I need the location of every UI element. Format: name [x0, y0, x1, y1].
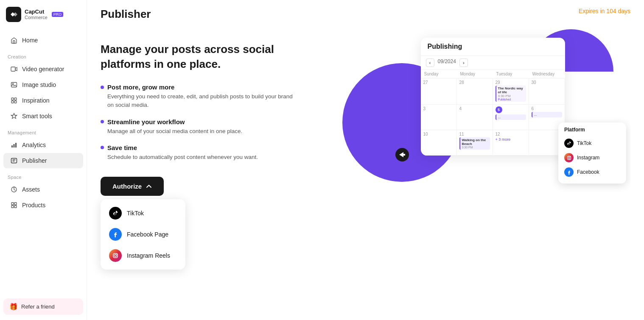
sidebar-item-image-studio[interactable]: Image studio [3, 77, 83, 92]
video-icon [10, 65, 18, 73]
cal-cell-10[interactable]: 10 [421, 130, 457, 156]
sidebar-item-smart-tools[interactable]: Smart tools [3, 109, 83, 124]
gift-icon: 🎁 [9, 303, 18, 311]
svg-rect-10 [15, 143, 17, 147]
left-content: Manage your posts across social platform… [101, 29, 296, 270]
logo-name: CapCut [25, 8, 44, 15]
sidebar-label-image: Image studio [22, 81, 56, 88]
svg-rect-15 [11, 206, 14, 208]
feature-title-2: Save time [101, 144, 296, 151]
sidebar-item-publisher[interactable]: Publisher [3, 153, 83, 168]
dropdown-label-facebook: Facebook Page [127, 231, 168, 238]
sidebar-label-video: Video generator [22, 66, 64, 72]
expires-badge: Expires in 104 days [579, 8, 630, 14]
cal-cell-11[interactable]: 11 Walking on the Beach 3:30 PM [457, 130, 493, 156]
content-area: Manage your posts across social platform… [87, 21, 644, 320]
cal-cell-27[interactable]: 27 [421, 78, 457, 105]
dropdown-item-instagram[interactable]: Instagram Reels [104, 245, 182, 266]
sidebar-item-inspiration[interactable]: Inspiration [3, 93, 83, 108]
sidebar-item-assets[interactable]: Assets [3, 182, 83, 197]
svg-rect-8 [11, 145, 13, 147]
more-events-link[interactable]: + 3 more [496, 137, 526, 142]
svg-rect-14 [14, 203, 17, 205]
next-month-button[interactable]: › [459, 58, 468, 67]
bullet-1 [101, 120, 104, 123]
popup-facebook-icon [564, 167, 574, 177]
sidebar-label-home: Home [22, 37, 38, 44]
analytics-icon [10, 141, 18, 149]
dropdown-item-facebook[interactable]: Facebook Page [104, 224, 182, 245]
authorize-button[interactable]: Authorize [101, 177, 164, 196]
section-creation: Creation [0, 48, 87, 61]
svg-rect-6 [11, 101, 14, 103]
feature-item-1: Streamline your workflow Manage all of y… [101, 118, 296, 136]
cal-header-sun: Sunday [421, 70, 457, 78]
feature-title-text-1: Streamline your workflow [107, 118, 185, 125]
cal-date-6: 6 [532, 106, 562, 111]
svg-rect-9 [14, 144, 15, 147]
sidebar-item-home[interactable]: Home [3, 33, 83, 48]
cal-event-6: ... [532, 112, 562, 117]
svg-point-21 [568, 157, 570, 159]
image-icon [10, 81, 18, 89]
publishing-preview-card: Publishing ‹ 09/2024 › Sunday Monday Tue… [421, 38, 565, 156]
dropdown-item-tiktok[interactable]: TikTok [104, 203, 182, 224]
sidebar-label-assets: Assets [22, 186, 40, 193]
today-badge: 5 [496, 106, 502, 113]
popup-instagram-icon [564, 153, 574, 162]
feature-list: Post more, grow more Everything you need… [101, 83, 296, 161]
cal-date-30: 30 [532, 80, 562, 85]
platform-popup-title: Platform [563, 127, 622, 133]
feature-title-0: Post more, grow more [101, 83, 296, 91]
home-icon [10, 36, 18, 44]
cal-header-tue: Tuesday [493, 70, 529, 78]
refer-friend-button[interactable]: 🎁 Refer a friend [3, 298, 83, 315]
cal-event-5: ... [496, 114, 526, 120]
cal-cell-28[interactable]: 28 [457, 78, 493, 105]
facebook-platform-icon [109, 228, 122, 241]
sidebar-label-products: Products [22, 202, 45, 209]
cal-date-12: 12 [496, 132, 526, 136]
main-content: Publisher Expires in 104 days Manage you… [87, 0, 644, 320]
prev-month-button[interactable]: ‹ [426, 58, 434, 67]
popup-label-instagram: Instagram [577, 155, 599, 161]
authorize-dropdown: TikTok Facebook Page [101, 199, 185, 270]
cal-date-27: 27 [423, 80, 454, 85]
svg-rect-2 [11, 83, 17, 87]
popup-label-tiktok: TikTok [577, 140, 591, 146]
cal-cell-12[interactable]: 12 + 3 more [493, 130, 529, 156]
nav-arrows: ‹ 09/2024 › [426, 58, 468, 67]
logo-sub: Commerce [25, 15, 48, 20]
platform-popup-tiktok[interactable]: TikTok [563, 136, 622, 150]
svg-rect-7 [14, 101, 17, 103]
pro-badge: PRO [52, 12, 64, 17]
sidebar-bottom: 🎁 Refer a friend [0, 293, 87, 320]
chevron-up-icon [146, 184, 152, 189]
cal-cell-3[interactable]: 3 [421, 105, 457, 130]
cal-cell-4[interactable]: 4 [457, 105, 493, 130]
right-content: Publishing ‹ 09/2024 › Sunday Monday Tue… [321, 29, 630, 199]
refer-friend-label: Refer a friend [21, 303, 55, 310]
platform-popup: Platform TikTok [558, 122, 626, 184]
feature-item-0: Post more, grow more Everything you need… [101, 83, 296, 110]
logo-text-group: CapCutCommerce [25, 9, 48, 20]
sidebar-item-video-generator[interactable]: Video generator [3, 61, 83, 77]
section-management: Management [0, 124, 87, 137]
cal-date-4: 4 [459, 106, 490, 111]
cal-cell-5-today[interactable]: 5 ... [493, 105, 529, 130]
svg-rect-13 [11, 203, 14, 205]
preview-nav: ‹ 09/2024 › [421, 56, 565, 70]
cal-cell-29[interactable]: 29 The Nordic way of life 3:30 PM Publis… [493, 78, 529, 105]
cal-date-10: 10 [423, 132, 454, 136]
platform-popup-instagram[interactable]: Instagram [563, 150, 622, 165]
platform-popup-facebook[interactable]: Facebook [563, 165, 622, 179]
cal-cell-30[interactable]: 30 [529, 78, 565, 105]
send-arrow-icon [395, 148, 409, 163]
assets-icon [10, 186, 18, 193]
sidebar-item-products[interactable]: Products [3, 198, 83, 213]
cal-header-mon: Monday [457, 70, 493, 78]
sidebar-item-analytics[interactable]: Analytics [3, 137, 83, 153]
logo-icon [6, 7, 21, 22]
feature-title-1: Streamline your workflow [101, 118, 296, 125]
dropdown-label-instagram: Instagram Reels [127, 252, 170, 259]
